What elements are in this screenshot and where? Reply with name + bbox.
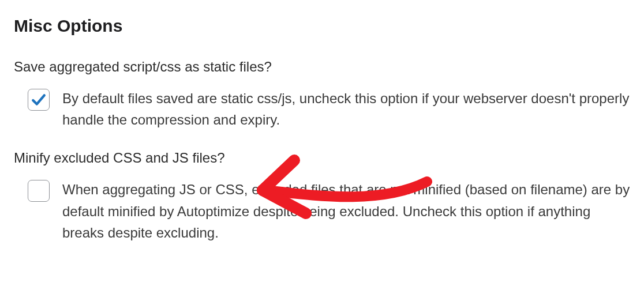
option-label-minify-excluded: Minify excluded CSS and JS files? [14, 150, 630, 166]
option-body: By default files saved are static css/js… [14, 88, 630, 130]
option-body: When aggregating JS or CSS, excluded fil… [14, 179, 630, 243]
option-desc-minify-excluded: When aggregating JS or CSS, excluded fil… [62, 179, 630, 243]
check-icon [31, 93, 46, 107]
option-label-static-files: Save aggregated script/css as static fil… [14, 59, 630, 75]
option-static-files: Save aggregated script/css as static fil… [14, 59, 630, 130]
option-desc-static-files: By default files saved are static css/js… [62, 88, 630, 130]
section-title: Misc Options [14, 16, 630, 36]
checkbox-minify-excluded[interactable] [28, 180, 50, 202]
option-minify-excluded: Minify excluded CSS and JS files? When a… [14, 150, 630, 243]
checkbox-static-files[interactable] [28, 89, 50, 111]
